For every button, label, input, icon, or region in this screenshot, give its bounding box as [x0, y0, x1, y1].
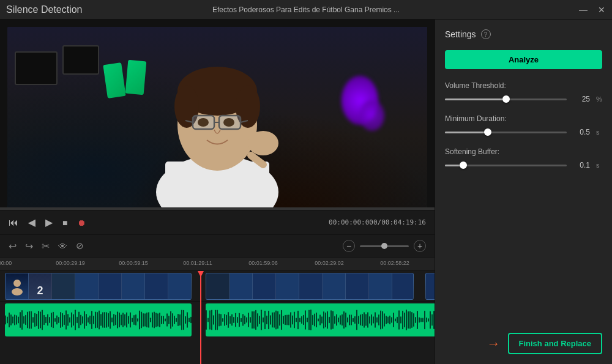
- svg-rect-180: [312, 315, 313, 325]
- redo-button[interactable]: ↪: [25, 240, 33, 252]
- svg-rect-144: [246, 317, 247, 322]
- play-forward-button[interactable]: ▶: [45, 217, 53, 228]
- softening-buffer-label: Softening Buffer:: [445, 147, 602, 156]
- svg-rect-174: [301, 316, 302, 324]
- svg-rect-215: [376, 317, 378, 322]
- svg-rect-159: [274, 312, 275, 328]
- svg-rect-105: [161, 316, 162, 324]
- svg-rect-137: [233, 317, 234, 323]
- eye-button[interactable]: 👁: [58, 241, 67, 251]
- svg-rect-101: [154, 312, 155, 329]
- svg-rect-241: [424, 311, 425, 329]
- cut-button[interactable]: ✂: [42, 240, 50, 252]
- zoom-out-button[interactable]: −: [343, 240, 355, 252]
- analyze-button[interactable]: Analyze: [445, 50, 602, 69]
- svg-rect-114: [177, 314, 179, 326]
- noise-button[interactable]: ⊘: [76, 240, 84, 251]
- svg-rect-53: [65, 310, 67, 329]
- svg-rect-136: [231, 314, 233, 325]
- svg-rect-97: [146, 313, 147, 327]
- svg-rect-65: [88, 317, 89, 322]
- volume-threshold-value: 25: [573, 95, 590, 103]
- ruler-mark-3: 00:01:29:11: [183, 260, 212, 266]
- svg-rect-146: [250, 317, 251, 322]
- svg-rect-111: [172, 313, 173, 327]
- svg-rect-36: [34, 313, 35, 327]
- progress-bar[interactable]: [0, 207, 435, 210]
- svg-rect-147: [252, 311, 253, 329]
- svg-rect-27: [18, 317, 19, 324]
- help-icon[interactable]: ?: [481, 29, 491, 39]
- video-preview-wrapper: [0, 20, 435, 207]
- edit-controls: ↩ ↪ ✂ 👁 ⊘ − +: [0, 234, 435, 258]
- svg-rect-208: [364, 312, 365, 327]
- svg-rect-234: [411, 312, 412, 328]
- stop-button[interactable]: ■: [62, 218, 67, 228]
- svg-rect-82: [119, 313, 120, 328]
- svg-rect-71: [99, 310, 100, 329]
- svg-rect-122: [206, 310, 207, 330]
- svg-rect-222: [389, 316, 390, 325]
- svg-rect-183: [318, 318, 319, 321]
- ruler-mark-2: 00:00:59:15: [119, 260, 148, 266]
- svg-rect-179: [310, 310, 312, 330]
- timeline: 00:00 00:00:29:19 00:00:59:15 00:01:29:1…: [0, 258, 435, 364]
- svg-rect-177: [307, 318, 308, 322]
- svg-rect-207: [362, 314, 363, 326]
- svg-rect-182: [316, 313, 317, 327]
- softening-buffer-unit: s: [596, 162, 602, 169]
- video-clip-2[interactable]: [206, 273, 414, 300]
- settings-panel: Settings ? Analyze Volume Threshold: 25 …: [435, 20, 612, 364]
- svg-rect-212: [371, 314, 372, 325]
- svg-rect-204: [356, 310, 357, 330]
- volume-threshold-thumb[interactable]: [502, 95, 510, 103]
- minimum-duration-fill: [445, 132, 488, 133]
- svg-rect-189: [329, 317, 330, 323]
- svg-rect-184: [319, 314, 321, 325]
- svg-rect-195: [340, 315, 341, 325]
- svg-rect-37: [36, 314, 37, 326]
- svg-rect-246: [433, 311, 435, 329]
- svg-rect-74: [104, 312, 105, 328]
- zoom-in-button[interactable]: +: [414, 240, 426, 252]
- svg-rect-217: [380, 310, 381, 329]
- svg-rect-209: [365, 314, 367, 326]
- volume-threshold-slider-row: 25 %: [445, 95, 602, 103]
- svg-rect-169: [292, 316, 293, 325]
- zoom-slider[interactable]: [360, 245, 409, 247]
- svg-rect-165: [285, 315, 286, 325]
- svg-rect-242: [426, 318, 427, 322]
- svg-rect-173: [299, 318, 300, 322]
- video-clip-1[interactable]: 2: [5, 273, 192, 300]
- minimum-duration-slider[interactable]: [445, 132, 567, 133]
- svg-rect-161: [277, 311, 278, 329]
- minimum-duration-value: 0.5: [573, 128, 590, 136]
- play-backward-button[interactable]: ▶: [28, 217, 35, 228]
- svg-rect-138: [235, 313, 236, 327]
- minimum-duration-thumb[interactable]: [484, 128, 491, 136]
- minimize-button[interactable]: —: [579, 6, 588, 14]
- svg-rect-85: [124, 314, 125, 326]
- svg-point-15: [223, 118, 234, 127]
- svg-rect-203: [354, 316, 356, 324]
- record-button[interactable]: ⏺: [77, 218, 86, 228]
- svg-rect-239: [420, 318, 422, 322]
- softening-buffer-slider[interactable]: [445, 165, 567, 166]
- svg-rect-51: [62, 313, 63, 327]
- softening-buffer-thumb[interactable]: [460, 162, 467, 169]
- volume-threshold-fill: [445, 98, 506, 100]
- close-button[interactable]: ✕: [597, 6, 606, 14]
- svg-rect-196: [341, 314, 343, 326]
- finish-and-replace-button[interactable]: Finish and Replace: [508, 333, 602, 354]
- svg-rect-78: [111, 318, 113, 322]
- video-clip-3[interactable]: [425, 273, 435, 300]
- prev-frame-button[interactable]: ⏮: [9, 217, 18, 228]
- svg-rect-89: [132, 318, 133, 322]
- svg-point-19: [12, 288, 23, 295]
- svg-rect-54: [67, 314, 69, 325]
- undo-button[interactable]: ↩: [9, 240, 17, 252]
- minimum-duration-unit: s: [596, 128, 602, 136]
- svg-rect-91: [135, 314, 136, 325]
- volume-threshold-slider[interactable]: [445, 98, 567, 100]
- svg-rect-216: [378, 314, 379, 325]
